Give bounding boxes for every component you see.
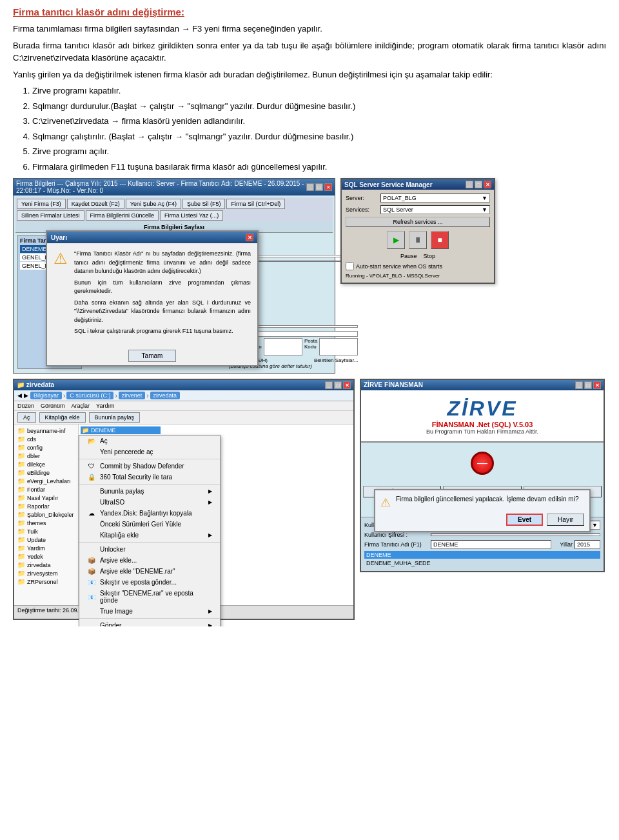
addr-drive[interactable]: C sürücüsü (C:) bbox=[66, 392, 113, 399]
sidebar-item-fontlar[interactable]: 📁Fontlar bbox=[16, 485, 76, 494]
silinen-btn[interactable]: Silinen Firmalar Listesi bbox=[17, 210, 84, 221]
sube-sil-btn[interactable]: Şube Sil (F5) bbox=[182, 199, 226, 209]
firma-listesi-btn[interactable]: Firma Listesi Yaz (...) bbox=[160, 210, 223, 221]
sidebar-item-tuik[interactable]: 📁Tuik bbox=[16, 527, 76, 535]
maximize-btn[interactable]: □ bbox=[315, 183, 323, 191]
sidebar-item-beyanname[interactable]: 📁beyanname-inf bbox=[16, 426, 76, 435]
ctx-360[interactable]: 🔒360 Total Security ile tara bbox=[79, 472, 220, 483]
sidebar-item-config[interactable]: 📁config bbox=[16, 443, 76, 452]
server-value: POLAT_BLG bbox=[383, 195, 417, 201]
sidebar-item-yardim[interactable]: 📁Yardim bbox=[16, 544, 76, 552]
auto-start-checkbox[interactable]: Auto-start service when OS starts bbox=[346, 262, 490, 270]
sidebar-item-ebildirge[interactable]: 📁eBildirge bbox=[16, 468, 76, 477]
addr-zirvedata[interactable]: zirvedata bbox=[150, 392, 181, 399]
menu-gorunum[interactable]: Görünüm bbox=[41, 403, 65, 409]
zirve-minimize-btn[interactable]: _ bbox=[575, 381, 583, 389]
ctx-yeni-pencere[interactable]: Yeni pencerede aç bbox=[79, 446, 220, 457]
toolbar-bununla-btn[interactable]: Bununla paylaş bbox=[89, 412, 141, 423]
ctx-arsive[interactable]: 📦Arşive ekle... bbox=[79, 555, 220, 566]
services-input[interactable]: SQL Server ▼ bbox=[380, 205, 490, 214]
dialog-close-btn[interactable]: ✕ bbox=[246, 234, 253, 241]
sql-minimize-btn[interactable]: _ bbox=[466, 181, 473, 188]
file-DENEME[interactable]: 📁DENEME bbox=[81, 426, 161, 434]
kaydet-btn[interactable]: Kaydet Düzelt (F2) bbox=[67, 199, 124, 209]
ctx-kitapliga[interactable]: Kitaplığa ekle▶ bbox=[79, 530, 220, 541]
stop-btn[interactable]: ■ bbox=[431, 231, 449, 249]
firma-tanitici-input[interactable]: DENEME bbox=[431, 540, 551, 549]
menu-yardim[interactable]: Yardım bbox=[96, 403, 114, 409]
auto-start-input[interactable] bbox=[346, 262, 354, 270]
nav-forward-icon[interactable]: ▶ bbox=[24, 392, 28, 399]
toolbar-kitapliga-btn[interactable]: Kitaplığa ekle bbox=[39, 412, 86, 423]
toolbar-ac-btn[interactable]: Aç bbox=[17, 412, 36, 423]
zirve-close-btn[interactable]: ✕ bbox=[593, 381, 601, 389]
sql-close-btn[interactable]: ✕ bbox=[484, 181, 491, 188]
nav-back-icon[interactable]: ◀ bbox=[17, 392, 22, 399]
ctx-bununla[interactable]: Bununla paylaş▶ bbox=[79, 486, 220, 497]
ctx-arsive-deneme[interactable]: 📦Arşive ekle "DENEME.rar" bbox=[79, 566, 220, 577]
sidebar-item-yedek[interactable]: 📁Yedek bbox=[16, 552, 76, 561]
pause-btn[interactable]: ⏸ bbox=[409, 231, 427, 249]
sidebar-item-zirvesystem[interactable]: 📁zirvesystem bbox=[16, 569, 76, 577]
menu-araclar[interactable]: Araçlar bbox=[72, 403, 90, 409]
addr-zirvenet[interactable]: zirvenet bbox=[119, 392, 146, 399]
server-dropdown-icon[interactable]: ▼ bbox=[482, 195, 487, 201]
minimize-btn[interactable]: _ bbox=[306, 183, 314, 191]
firma-sil-btn[interactable]: Firma Sil (Ctrl+Del) bbox=[226, 199, 285, 209]
ctx-sikistir-deneme[interactable]: 📧Sıkıştır "DENEME.rar" ve eposta gönde bbox=[79, 588, 220, 606]
yillar-input[interactable]: 2015 bbox=[575, 540, 600, 549]
addr-computer[interactable]: Bilgisayar bbox=[30, 392, 62, 399]
yillar-val: 2015 bbox=[577, 541, 590, 548]
menu-duzen[interactable]: Düzen bbox=[17, 403, 34, 409]
sidebar-item-update[interactable]: 📁Update bbox=[16, 535, 76, 544]
ctx-sikistir[interactable]: 📧Sıkıştır ve eposta gönder... bbox=[79, 577, 220, 588]
sidebar-item-themes[interactable]: 📁themes bbox=[16, 519, 76, 527]
ctx-unlocker[interactable]: Unlocker bbox=[79, 544, 220, 555]
yeni-firma-btn[interactable]: Yeni Firma (F3) bbox=[17, 199, 66, 209]
firma-list-item-2[interactable]: DENEME_MUHA_SEDE bbox=[364, 559, 600, 567]
firma-list-item-1[interactable]: DENEME bbox=[364, 551, 600, 559]
sidebar-item-zirvedata[interactable]: 📁zirvedata bbox=[16, 561, 76, 569]
ctx-onceki[interactable]: Önceki Sürümleri Geri Yükle bbox=[79, 519, 220, 530]
exp-minimize-btn[interactable]: _ bbox=[325, 381, 333, 389]
kullanici-sifresi-input[interactable] bbox=[431, 534, 600, 536]
ctx-yandex[interactable]: ☁Yandex.Disk: Bağlantıyı kopyala bbox=[79, 508, 220, 519]
evet-btn[interactable]: Evet bbox=[506, 514, 543, 526]
zirve-window: ZİRVE FİNANSMAN _ □ ✕ ZİRVE FİNANSMAN .N… bbox=[360, 379, 605, 572]
exp-maximize-btn[interactable]: □ bbox=[334, 381, 342, 389]
yeni-sube-btn[interactable]: Yeni Şube Aç (F4) bbox=[126, 199, 181, 209]
sql-maximize-btn[interactable]: □ bbox=[475, 181, 482, 188]
sidebar-item-sablon[interactable]: 📁Şablon_Dilekçeler bbox=[16, 510, 76, 519]
zirve-stop-btn[interactable]: — bbox=[471, 452, 494, 475]
firma-bilgileri-btn[interactable]: Firma Bilgilerini Güncelle bbox=[86, 210, 159, 221]
sidebar-item-zrpersonel[interactable]: 📁ZRPersonel bbox=[16, 577, 76, 586]
tamam-btn[interactable]: Tamam bbox=[128, 350, 177, 362]
ic-kapi-value[interactable] bbox=[264, 338, 302, 355]
sidebar-item-nasil[interactable]: 📁Nasıl Yapılır bbox=[16, 494, 76, 502]
sidebar-item-raporlar[interactable]: 📁Raporlar bbox=[16, 502, 76, 510]
refresh-services-btn[interactable]: Refresh services ... bbox=[346, 217, 490, 227]
kullanici-adi-dropdown[interactable]: ▼ bbox=[592, 522, 598, 528]
warning-icon: ⚠ bbox=[54, 250, 68, 340]
sql-play-buttons: ▶ ⏸ ■ bbox=[346, 231, 490, 249]
sidebar-item-cds[interactable]: 📁cds bbox=[16, 435, 76, 443]
sidebar-item-evergi[interactable]: 📁eVergi_Levhaları bbox=[16, 477, 76, 485]
ctx-gonder[interactable]: Gönder▶ bbox=[79, 620, 220, 626]
close-btn[interactable]: ✕ bbox=[324, 183, 332, 191]
ctx-ultraiso[interactable]: UltraISO▶ bbox=[79, 497, 220, 508]
zirve-maximize-btn[interactable]: □ bbox=[584, 381, 592, 389]
sidebar-item-dbler[interactable]: 📁dbler bbox=[16, 452, 76, 460]
firma-titlebar: Firma Bilgileri --- Çalışma Yılı: 2015 -… bbox=[14, 179, 335, 195]
ctx-shadow[interactable]: 🛡Commit by Shadow Defender bbox=[79, 461, 220, 472]
exp-close-btn[interactable]: ✕ bbox=[343, 381, 351, 389]
hayir-btn[interactable]: Hayır bbox=[547, 514, 584, 526]
dialog-title-text: Uyarı bbox=[51, 234, 67, 241]
ctx-trueimage[interactable]: True Image▶ bbox=[79, 606, 220, 617]
explorer-body: 📁beyanname-inf 📁cds 📁config 📁dbler 📁dile… bbox=[14, 425, 353, 605]
sidebar-item-dilekce[interactable]: 📁dilekçe bbox=[16, 460, 76, 468]
ctx-ac[interactable]: 📂Aç bbox=[79, 435, 220, 446]
pause-label: Pause bbox=[400, 253, 417, 259]
services-dropdown-icon[interactable]: ▼ bbox=[482, 206, 487, 213]
server-input[interactable]: POLAT_BLG ▼ bbox=[380, 194, 490, 203]
start-continue-btn[interactable]: ▶ bbox=[387, 231, 405, 249]
